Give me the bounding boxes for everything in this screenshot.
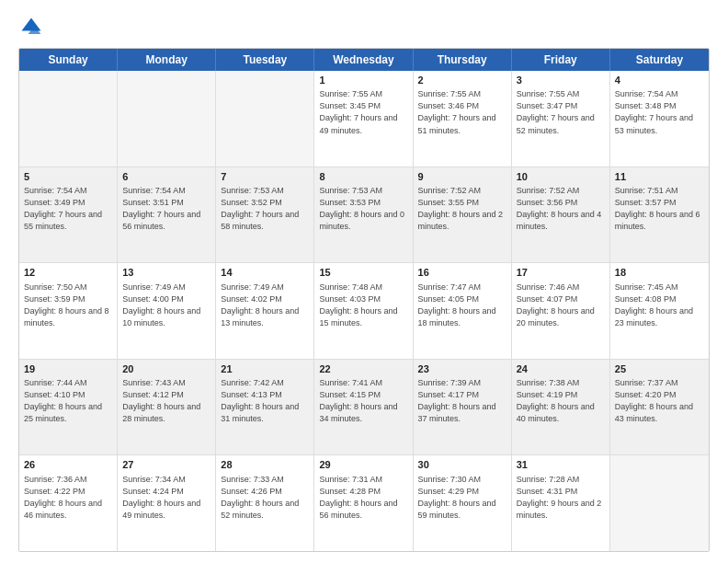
empty-cell xyxy=(610,455,709,551)
day-info: Sunrise: 7:33 AM Sunset: 4:26 PM Dayligh… xyxy=(221,474,309,522)
day-number: 31 xyxy=(517,458,605,472)
day-number: 4 xyxy=(615,74,704,87)
day-info: Sunrise: 7:54 AM Sunset: 3:51 PM Dayligh… xyxy=(122,185,210,233)
day-number: 1 xyxy=(319,74,407,87)
header-day-friday: Friday xyxy=(512,49,610,71)
day-cell-26: 26Sunrise: 7:36 AM Sunset: 4:22 PM Dayli… xyxy=(19,455,118,551)
day-number: 9 xyxy=(418,170,506,184)
day-cell-28: 28Sunrise: 7:33 AM Sunset: 4:26 PM Dayli… xyxy=(216,455,314,551)
day-cell-17: 17Sunrise: 7:46 AM Sunset: 4:07 PM Dayli… xyxy=(512,263,610,359)
day-info: Sunrise: 7:53 AM Sunset: 3:53 PM Dayligh… xyxy=(319,185,407,233)
header-day-wednesday: Wednesday xyxy=(314,49,413,71)
day-cell-11: 11Sunrise: 7:51 AM Sunset: 3:57 PM Dayli… xyxy=(610,167,709,263)
day-number: 14 xyxy=(221,266,309,280)
day-info: Sunrise: 7:55 AM Sunset: 3:45 PM Dayligh… xyxy=(319,88,407,136)
header xyxy=(18,15,710,40)
empty-cell xyxy=(216,71,314,167)
day-info: Sunrise: 7:48 AM Sunset: 4:03 PM Dayligh… xyxy=(319,282,407,329)
day-number: 5 xyxy=(24,170,112,184)
day-info: Sunrise: 7:30 AM Sunset: 4:29 PM Dayligh… xyxy=(418,474,506,522)
svg-marker-0 xyxy=(22,18,41,31)
day-cell-10: 10Sunrise: 7:52 AM Sunset: 3:56 PM Dayli… xyxy=(512,167,610,263)
day-info: Sunrise: 7:52 AM Sunset: 3:56 PM Dayligh… xyxy=(517,185,605,233)
day-cell-14: 14Sunrise: 7:49 AM Sunset: 4:02 PM Dayli… xyxy=(216,263,314,359)
day-info: Sunrise: 7:44 AM Sunset: 4:10 PM Dayligh… xyxy=(24,377,112,425)
logo-icon xyxy=(18,15,44,40)
day-info: Sunrise: 7:55 AM Sunset: 3:47 PM Dayligh… xyxy=(517,88,605,136)
calendar-week-2: 5Sunrise: 7:54 AM Sunset: 3:49 PM Daylig… xyxy=(19,167,709,263)
day-number: 27 xyxy=(122,458,210,472)
header-day-thursday: Thursday xyxy=(414,49,512,71)
day-info: Sunrise: 7:52 AM Sunset: 3:55 PM Dayligh… xyxy=(418,185,506,233)
calendar-week-5: 26Sunrise: 7:36 AM Sunset: 4:22 PM Dayli… xyxy=(19,454,709,551)
day-number: 17 xyxy=(517,266,605,280)
day-cell-9: 9Sunrise: 7:52 AM Sunset: 3:55 PM Daylig… xyxy=(414,167,512,263)
day-info: Sunrise: 7:47 AM Sunset: 4:05 PM Dayligh… xyxy=(418,282,506,329)
day-cell-25: 25Sunrise: 7:37 AM Sunset: 4:20 PM Dayli… xyxy=(610,360,709,455)
day-cell-18: 18Sunrise: 7:45 AM Sunset: 4:08 PM Dayli… xyxy=(610,263,709,359)
day-cell-7: 7Sunrise: 7:53 AM Sunset: 3:52 PM Daylig… xyxy=(216,167,314,263)
day-info: Sunrise: 7:42 AM Sunset: 4:13 PM Dayligh… xyxy=(221,377,309,425)
day-cell-12: 12Sunrise: 7:50 AM Sunset: 3:59 PM Dayli… xyxy=(19,263,118,359)
day-info: Sunrise: 7:37 AM Sunset: 4:20 PM Dayligh… xyxy=(615,377,704,425)
day-number: 23 xyxy=(418,362,506,376)
day-number: 29 xyxy=(319,458,407,472)
day-number: 28 xyxy=(221,458,309,472)
day-cell-16: 16Sunrise: 7:47 AM Sunset: 4:05 PM Dayli… xyxy=(414,263,512,359)
day-cell-2: 2Sunrise: 7:55 AM Sunset: 3:46 PM Daylig… xyxy=(414,71,512,167)
day-number: 19 xyxy=(24,362,112,376)
empty-cell xyxy=(19,71,118,167)
day-number: 13 xyxy=(122,266,210,280)
day-info: Sunrise: 7:41 AM Sunset: 4:15 PM Dayligh… xyxy=(319,377,407,425)
day-cell-30: 30Sunrise: 7:30 AM Sunset: 4:29 PM Dayli… xyxy=(414,455,512,551)
calendar-week-1: 1Sunrise: 7:55 AM Sunset: 3:45 PM Daylig… xyxy=(19,71,709,167)
day-info: Sunrise: 7:49 AM Sunset: 4:02 PM Dayligh… xyxy=(221,282,309,329)
day-info: Sunrise: 7:31 AM Sunset: 4:28 PM Dayligh… xyxy=(319,474,407,522)
day-number: 16 xyxy=(418,266,506,280)
calendar-week-4: 19Sunrise: 7:44 AM Sunset: 4:10 PM Dayli… xyxy=(19,359,709,455)
day-number: 26 xyxy=(24,458,112,472)
day-number: 3 xyxy=(517,74,605,87)
day-number: 11 xyxy=(615,170,704,184)
day-cell-21: 21Sunrise: 7:42 AM Sunset: 4:13 PM Dayli… xyxy=(216,360,314,455)
day-cell-15: 15Sunrise: 7:48 AM Sunset: 4:03 PM Dayli… xyxy=(314,263,413,359)
day-cell-27: 27Sunrise: 7:34 AM Sunset: 4:24 PM Dayli… xyxy=(118,455,216,551)
day-number: 21 xyxy=(221,362,309,376)
day-info: Sunrise: 7:55 AM Sunset: 3:46 PM Dayligh… xyxy=(418,88,506,136)
day-cell-1: 1Sunrise: 7:55 AM Sunset: 3:45 PM Daylig… xyxy=(314,71,413,167)
day-number: 22 xyxy=(319,362,407,376)
day-number: 8 xyxy=(319,170,407,184)
day-number: 18 xyxy=(615,266,704,280)
calendar-header: SundayMondayTuesdayWednesdayThursdayFrid… xyxy=(19,49,709,71)
header-day-saturday: Saturday xyxy=(610,49,709,71)
day-cell-22: 22Sunrise: 7:41 AM Sunset: 4:15 PM Dayli… xyxy=(314,360,413,455)
day-cell-3: 3Sunrise: 7:55 AM Sunset: 3:47 PM Daylig… xyxy=(512,71,610,167)
day-number: 12 xyxy=(24,266,112,280)
day-number: 24 xyxy=(517,362,605,376)
day-info: Sunrise: 7:36 AM Sunset: 4:22 PM Dayligh… xyxy=(24,474,112,522)
day-cell-4: 4Sunrise: 7:54 AM Sunset: 3:48 PM Daylig… xyxy=(610,71,709,167)
day-cell-6: 6Sunrise: 7:54 AM Sunset: 3:51 PM Daylig… xyxy=(118,167,216,263)
day-cell-20: 20Sunrise: 7:43 AM Sunset: 4:12 PM Dayli… xyxy=(118,360,216,455)
day-cell-23: 23Sunrise: 7:39 AM Sunset: 4:17 PM Dayli… xyxy=(414,360,512,455)
day-cell-5: 5Sunrise: 7:54 AM Sunset: 3:49 PM Daylig… xyxy=(19,167,118,263)
day-number: 30 xyxy=(418,458,506,472)
day-number: 2 xyxy=(418,74,506,87)
calendar: SundayMondayTuesdayWednesdayThursdayFrid… xyxy=(18,48,710,552)
day-info: Sunrise: 7:45 AM Sunset: 4:08 PM Dayligh… xyxy=(615,282,704,329)
day-number: 20 xyxy=(122,362,210,376)
day-info: Sunrise: 7:54 AM Sunset: 3:48 PM Dayligh… xyxy=(615,88,704,136)
day-info: Sunrise: 7:50 AM Sunset: 3:59 PM Dayligh… xyxy=(24,282,112,329)
day-cell-29: 29Sunrise: 7:31 AM Sunset: 4:28 PM Dayli… xyxy=(314,455,413,551)
page: SundayMondayTuesdayWednesdayThursdayFrid… xyxy=(0,0,728,563)
calendar-week-3: 12Sunrise: 7:50 AM Sunset: 3:59 PM Dayli… xyxy=(19,262,709,359)
day-cell-31: 31Sunrise: 7:28 AM Sunset: 4:31 PM Dayli… xyxy=(512,455,610,551)
day-info: Sunrise: 7:46 AM Sunset: 4:07 PM Dayligh… xyxy=(517,282,605,329)
day-info: Sunrise: 7:34 AM Sunset: 4:24 PM Dayligh… xyxy=(122,474,210,522)
day-number: 7 xyxy=(221,170,309,184)
day-cell-8: 8Sunrise: 7:53 AM Sunset: 3:53 PM Daylig… xyxy=(314,167,413,263)
day-cell-19: 19Sunrise: 7:44 AM Sunset: 4:10 PM Dayli… xyxy=(19,360,118,455)
day-cell-24: 24Sunrise: 7:38 AM Sunset: 4:19 PM Dayli… xyxy=(512,360,610,455)
header-day-sunday: Sunday xyxy=(19,49,118,71)
day-info: Sunrise: 7:38 AM Sunset: 4:19 PM Dayligh… xyxy=(517,377,605,425)
